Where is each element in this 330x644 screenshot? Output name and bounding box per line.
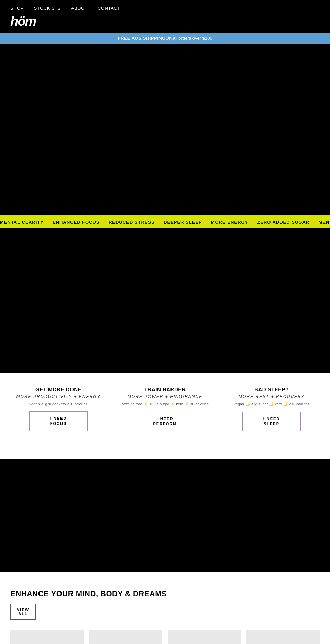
product-tags-focus: vegan <1g sugar keto <18 calories bbox=[30, 402, 88, 406]
nav-contact[interactable]: CONTACT bbox=[98, 5, 120, 11]
product-tags-sleep: vegan 🌙 <1g sugar 🌙 keto 🌙 <16 calories bbox=[234, 402, 309, 406]
product-image-focus bbox=[0, 228, 110, 373]
hero-image bbox=[0, 44, 330, 215]
shipping-bold: FREE AUS SHIPPING bbox=[118, 36, 165, 41]
product-title-perform: TRAIN HARDER bbox=[144, 386, 186, 392]
product-card-focus: GET MORE DONE MORE PRODUCTIVITY + ENERGY… bbox=[7, 386, 110, 431]
product-btn-perform[interactable]: I NEEDPERFORM bbox=[136, 412, 194, 431]
nav-about[interactable]: ABOUT bbox=[71, 5, 87, 11]
ticker-content: MENTAL CLARITY ⚡ ENHANCED FOCUS ⚡ REDUCE… bbox=[0, 219, 330, 225]
product-subtitle-focus: MORE PRODUCTIVITY + ENERGY bbox=[16, 394, 101, 399]
product-image-perform bbox=[110, 228, 220, 373]
nav-stockists[interactable]: STOCKISTS bbox=[34, 5, 61, 11]
thumbnail-4 bbox=[246, 630, 320, 644]
second-hero-image bbox=[0, 459, 330, 572]
shipping-text: On all orders over $100 bbox=[166, 36, 212, 41]
product-title-sleep: BAD SLEEP? bbox=[254, 386, 289, 392]
nav-links: SHOP STOCKISTS ABOUT CONTACT bbox=[10, 5, 320, 11]
product-thumbnails bbox=[10, 630, 320, 644]
enhance-heading: ENHANCE YOUR MIND, BODY & DREAMS bbox=[10, 589, 320, 598]
product-card-sleep: BAD SLEEP? MORE REST + RECOVERY vegan 🌙 … bbox=[220, 386, 323, 431]
logo[interactable]: höm bbox=[10, 14, 320, 33]
thumbnail-3 bbox=[168, 630, 241, 644]
product-subtitle-perform: MORE POWER + ENDURANCE bbox=[128, 394, 202, 399]
shipping-banner: FREE AUS SHIPPINGOn all orders over $100 bbox=[0, 33, 330, 44]
product-title-focus: GET MORE DONE bbox=[35, 386, 81, 392]
product-images-area bbox=[0, 228, 330, 373]
navigation: SHOP STOCKISTS ABOUT CONTACT höm bbox=[0, 0, 330, 33]
thumbnail-1 bbox=[10, 630, 84, 644]
product-subtitle-sleep: MORE REST + RECOVERY bbox=[239, 394, 305, 399]
product-card-perform: TRAIN HARDER MORE POWER + ENDURANCE caff… bbox=[113, 386, 217, 431]
product-cards: GET MORE DONE MORE PRODUCTIVITY + ENERGY… bbox=[0, 373, 330, 438]
product-btn-focus[interactable]: I NEEDFOCUS bbox=[29, 411, 88, 431]
view-all-button[interactable]: VIEWALL bbox=[10, 604, 36, 620]
ticker-banner: MENTAL CLARITY ⚡ ENHANCED FOCUS ⚡ REDUCE… bbox=[0, 215, 330, 228]
product-tags-perform: caffeine free ⚡ <0.6g sugar ⚡ keto ⚡ <6 … bbox=[121, 402, 208, 406]
product-btn-sleep[interactable]: I NEEDSLEEP bbox=[242, 412, 301, 431]
product-image-sleep bbox=[220, 228, 330, 373]
thumbnail-2 bbox=[89, 630, 162, 644]
enhance-section: ENHANCE YOUR MIND, BODY & DREAMS VIEWALL bbox=[0, 572, 330, 644]
nav-shop[interactable]: SHOP bbox=[10, 5, 24, 11]
products-section: GET MORE DONE MORE PRODUCTIVITY + ENERGY… bbox=[0, 228, 330, 459]
